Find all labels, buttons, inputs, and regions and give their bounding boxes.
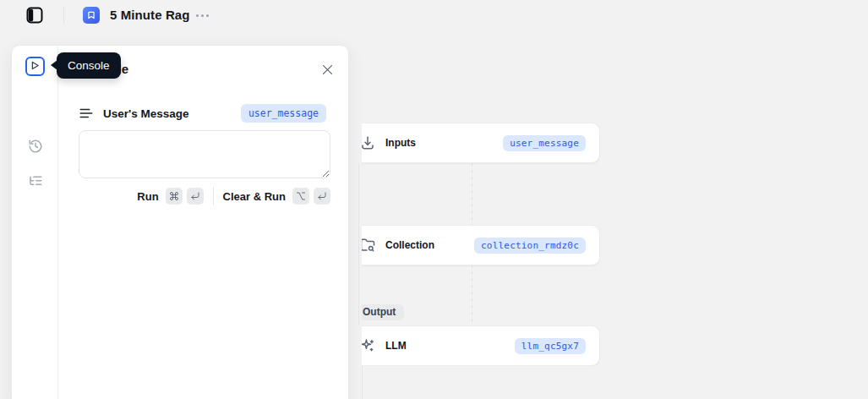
- ellipsis-icon: [196, 14, 199, 17]
- folder-search-icon: [362, 238, 375, 253]
- more-options-button[interactable]: [193, 7, 211, 24]
- node-inputs[interactable]: Inputs user_message: [362, 123, 600, 163]
- edge-connector-line: [358, 164, 359, 325]
- node-label: Collection: [385, 239, 434, 251]
- history-tab-button[interactable]: [28, 139, 43, 154]
- tooltip-text: Console: [68, 59, 110, 72]
- topbar: 5 Minute Rag: [0, 0, 868, 30]
- console-actions: Run Clear & Run: [79, 187, 330, 205]
- tree-icon: [28, 178, 43, 190]
- node-llm[interactable]: LLM llm_qc5gx7: [362, 325, 600, 366]
- console-content: Console User's Message user_message Run: [58, 46, 350, 399]
- run-button-label: Run: [137, 190, 158, 203]
- panel-left-icon: [25, 14, 44, 27]
- input-variable-row: User's Message user_message: [79, 103, 330, 123]
- workflow-canvas: Inputs user_message Collection collectio…: [362, 123, 600, 366]
- return-key-icon: [314, 188, 330, 205]
- console-panel: Console User's Message user_message Run: [11, 45, 349, 399]
- edge-output-tag: Output: [362, 304, 404, 320]
- input-variable-label: User's Message: [103, 107, 189, 120]
- history-icon: [28, 144, 43, 156]
- actions-divider: [213, 187, 214, 205]
- download-inputs-icon: [362, 135, 375, 150]
- option-key-icon: [292, 188, 309, 205]
- clear-and-run-button[interactable]: Clear & Run: [223, 188, 330, 205]
- play-console-icon: [29, 59, 41, 74]
- variable-badge: user_message: [241, 104, 326, 123]
- node-id-badge: user_message: [503, 135, 586, 151]
- node-id-badge: collection_rmdz0c: [474, 238, 586, 254]
- cmd-key-icon: [166, 188, 183, 205]
- text-lines-icon: [79, 106, 94, 121]
- sidebar-toggle-button[interactable]: [25, 6, 44, 25]
- panel-icon-rail: [12, 46, 58, 399]
- tree-tab-button[interactable]: [28, 172, 43, 188]
- tooltip-arrow: [51, 60, 57, 70]
- topbar-divider: [63, 7, 64, 24]
- run-button[interactable]: Run: [137, 188, 203, 205]
- node-id-badge: llm_qc5gx7: [515, 338, 586, 354]
- node-collection[interactable]: Collection collection_rmdz0c: [362, 225, 600, 265]
- clear-and-run-label: Clear & Run: [223, 190, 286, 203]
- workflow-logo-icon: [83, 7, 100, 24]
- workflow-title: 5 Minute Rag: [110, 8, 190, 22]
- close-icon: [320, 67, 335, 79]
- console-tooltip: Console: [57, 52, 121, 79]
- close-button[interactable]: [319, 63, 335, 78]
- user-message-input[interactable]: [79, 130, 330, 178]
- edge-connector-line: [362, 366, 363, 399]
- node-label: Inputs: [385, 137, 416, 149]
- return-key-icon: [187, 188, 204, 205]
- node-label: LLM: [385, 340, 407, 352]
- console-tab-button[interactable]: [25, 57, 45, 76]
- sparkles-icon: [362, 338, 375, 353]
